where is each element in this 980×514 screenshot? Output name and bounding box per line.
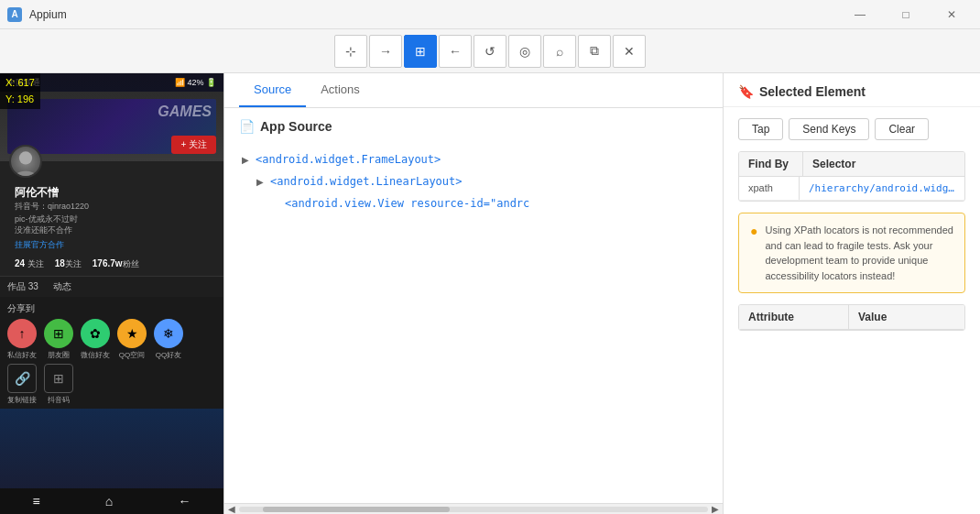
clear-button[interactable]: Clear [875, 118, 929, 140]
middle-panel: Source Actions 📄 App Source ▶ <android.w… [224, 73, 724, 514]
profile-name: 阿伦不憎 [7, 185, 216, 201]
tree-row-2[interactable]: ▶ <android.view.View resource-id="andrc [268, 192, 708, 214]
phone-screen[interactable]: 中国联通 📶 42% 🔋 GAMES + 关注 阿伦不憎 抖音号 [0, 73, 223, 514]
find-selector-row: xpath /hierarchy/android.widget.FrameLay [739, 177, 964, 201]
select-tool-button[interactable]: ⊹ [334, 35, 367, 68]
swipe-tool-button[interactable]: → [369, 35, 402, 68]
share-icons: ↑ 私信好友 ⊞ 朋友圈 ✿ 微信好友 ★ QQ空间 [7, 319, 216, 360]
profile-info: 阿伦不憎 抖音号：qinrao1220 pic-优戒永不过时 没准还能不合作 挂… [0, 161, 223, 276]
show-tool-button[interactable]: ◎ [508, 35, 541, 68]
nav-bar: ≡ ⌂ ← [0, 488, 223, 514]
avatar [9, 145, 42, 178]
search-tool-button[interactable]: ⌕ [543, 35, 576, 68]
tap-button[interactable]: Tap [738, 118, 783, 140]
works-label: 作品 33 [7, 280, 38, 293]
selector-header: Selector [803, 152, 865, 176]
warning-icon: ● [750, 224, 757, 283]
x-coord: X: 617 [5, 75, 35, 92]
source-title-icon: 📄 [239, 119, 255, 134]
send-keys-button[interactable]: Send Keys [789, 118, 869, 140]
close-button[interactable]: ✕ [931, 0, 973, 29]
share-item-wechat[interactable]: ✿ 微信好友 [81, 319, 110, 360]
battery-label: 📶 42% 🔋 [175, 78, 216, 87]
tree-toggle-1[interactable]: ▶ [254, 175, 267, 188]
tab-source[interactable]: Source [239, 73, 306, 107]
attribute-header: Attribute Value [739, 305, 964, 330]
qr-code-button[interactable]: ⊞ 抖音码 [44, 364, 73, 405]
follow-button[interactable]: + 关注 [171, 136, 216, 154]
find-by-value: xpath [739, 177, 800, 200]
toolbar: ⊹ → ⊞ ← ↺ ◎ ⌕ ⧉ ✕ [0, 29, 980, 73]
phone-panel: X: 617 Y: 196 中国联通 📶 42% 🔋 GAMES [0, 73, 224, 514]
selector-value[interactable]: /hierarchy/android.widget.FrameLay [800, 177, 964, 200]
tree-indent-2: ▶ <android.view.View resource-id="andrc [268, 192, 708, 214]
source-title: 📄 App Source [239, 119, 708, 134]
warning-box: ● Using XPath locators is not recommende… [738, 213, 965, 293]
scroll-thumb[interactable] [263, 507, 451, 512]
tree-row-1[interactable]: ▶ <android.widget.LinearLayout> [254, 170, 708, 192]
scroll-track[interactable] [239, 507, 708, 512]
main-content: X: 617 Y: 196 中国联通 📶 42% 🔋 GAMES [0, 73, 980, 514]
value-col-header: Value [849, 305, 896, 329]
close-tool-button[interactable]: ✕ [613, 35, 646, 68]
profile-link[interactable]: 挂展官方合作 [7, 239, 216, 255]
title-bar-left: A Appium [7, 7, 67, 22]
tab-actions[interactable]: Actions [306, 73, 375, 107]
back-nav-button[interactable]: ← [178, 494, 191, 509]
share-item-qzone[interactable]: ★ QQ空间 [117, 319, 147, 360]
find-selector-table: Find By Selector xpath /hierarchy/androi… [738, 151, 965, 202]
back-tool-button[interactable]: ← [439, 35, 472, 68]
window-controls: — □ ✕ [839, 0, 973, 29]
selected-element-icon: 🔖 [738, 84, 754, 99]
share-item-moments[interactable]: ⊞ 朋友圈 [44, 319, 73, 360]
action-buttons: Tap Send Keys Clear [724, 107, 980, 151]
scroll-left-arrow[interactable]: ◀ [228, 504, 235, 514]
attribute-table: Attribute Value [738, 304, 965, 331]
app-title: Appium [29, 8, 67, 21]
find-by-header: Find By [739, 152, 803, 176]
minimize-button[interactable]: — [839, 0, 881, 29]
tree-toggle-0[interactable]: ▶ [239, 153, 252, 166]
menu-nav-button[interactable]: ≡ [33, 494, 40, 509]
clipboard-tool-button[interactable]: ⧉ [578, 35, 611, 68]
home-nav-button[interactable]: ⌂ [105, 494, 113, 509]
coordinates-display: X: 617 Y: 196 [0, 73, 40, 109]
tree-row-0[interactable]: ▶ <android.widget.FrameLayout> [239, 148, 708, 170]
source-panel: 📄 App Source ▶ <android.widget.FrameLayo… [224, 108, 723, 503]
attribute-col-header: Attribute [739, 305, 849, 329]
horizontal-scrollbar[interactable]: ◀ ▶ [224, 503, 723, 514]
work-stats: 作品 33 动态 [0, 276, 223, 297]
profile-id: 抖音号：qinrao1220 [7, 201, 216, 214]
tree-indent-1: ▶ <android.widget.LinearLayout> ▶ <andro… [254, 170, 708, 214]
maximize-button[interactable]: □ [885, 0, 927, 29]
inspect-tool-button[interactable]: ⊞ [404, 35, 437, 68]
app-icon: A [7, 7, 22, 22]
fans-label: 动态 [53, 280, 71, 293]
share-label: 分享到 [7, 301, 216, 319]
profile-stats: 24 关注 18关注 176.7w粉丝 [7, 255, 216, 274]
right-panel: 🔖 Selected Element Tap Send Keys Clear F… [724, 73, 980, 514]
share-icons-2: 🔗 复制链接 ⊞ 抖音码 [7, 360, 216, 407]
svg-point-0 [19, 151, 32, 164]
tab-bar: Source Actions [224, 73, 723, 108]
refresh-tool-button[interactable]: ↺ [474, 35, 506, 68]
scroll-right-arrow[interactable]: ▶ [712, 504, 719, 514]
copy-link-button[interactable]: 🔗 复制链接 [7, 364, 37, 405]
selected-element-title: 🔖 Selected Element [724, 73, 980, 107]
share-section: 分享到 ↑ 私信好友 ⊞ 朋友圈 ✿ 微信好友 ★ [0, 297, 223, 409]
y-coord: Y: 196 [5, 92, 35, 108]
share-item-private[interactable]: ↑ 私信好友 [7, 319, 37, 360]
find-selector-header: Find By Selector [739, 152, 964, 177]
source-tree: ▶ <android.widget.FrameLayout> ▶ <androi… [239, 148, 708, 214]
share-item-qq[interactable]: ❄ QQ好友 [154, 319, 183, 360]
profile-bio: pic-优戒永不过时 没准还能不合作 [7, 214, 216, 239]
title-bar: A Appium — □ ✕ [0, 0, 980, 29]
warning-text: Using XPath locators is not recommended … [765, 223, 953, 283]
